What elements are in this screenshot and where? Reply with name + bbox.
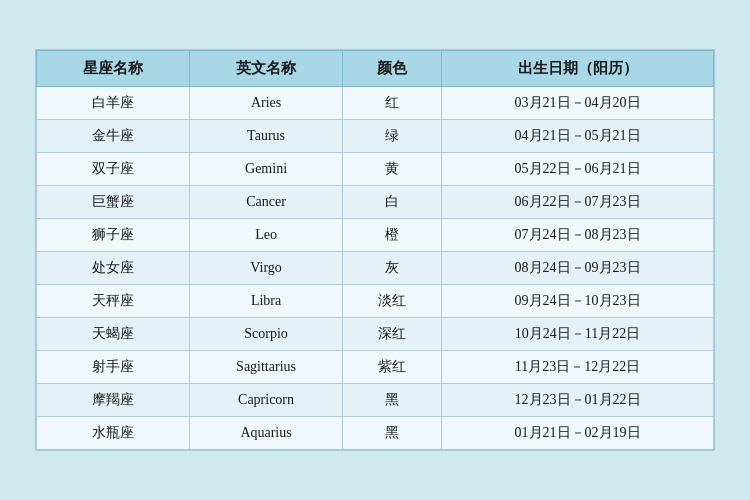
header-english-name: 英文名称 xyxy=(190,51,343,87)
table-row: 摩羯座Capricorn黑12月23日－01月22日 xyxy=(37,384,714,417)
cell-english-name: Cancer xyxy=(190,186,343,219)
cell-dates: 04月21日－05月21日 xyxy=(442,120,714,153)
header-dates: 出生日期（阳历） xyxy=(442,51,714,87)
cell-chinese-name: 水瓶座 xyxy=(37,417,190,450)
cell-english-name: Capricorn xyxy=(190,384,343,417)
cell-dates: 12月23日－01月22日 xyxy=(442,384,714,417)
cell-color: 黑 xyxy=(343,417,442,450)
cell-chinese-name: 金牛座 xyxy=(37,120,190,153)
cell-chinese-name: 白羊座 xyxy=(37,87,190,120)
cell-color: 白 xyxy=(343,186,442,219)
cell-chinese-name: 摩羯座 xyxy=(37,384,190,417)
table-row: 白羊座Aries红03月21日－04月20日 xyxy=(37,87,714,120)
cell-chinese-name: 处女座 xyxy=(37,252,190,285)
table-row: 水瓶座Aquarius黑01月21日－02月19日 xyxy=(37,417,714,450)
cell-dates: 06月22日－07月23日 xyxy=(442,186,714,219)
cell-dates: 05月22日－06月21日 xyxy=(442,153,714,186)
zodiac-table: 星座名称 英文名称 颜色 出生日期（阳历） 白羊座Aries红03月21日－04… xyxy=(36,50,714,450)
cell-english-name: Gemini xyxy=(190,153,343,186)
cell-color: 红 xyxy=(343,87,442,120)
cell-chinese-name: 天秤座 xyxy=(37,285,190,318)
cell-english-name: Scorpio xyxy=(190,318,343,351)
cell-english-name: Libra xyxy=(190,285,343,318)
table-row: 射手座Sagittarius紫红11月23日－12月22日 xyxy=(37,351,714,384)
zodiac-table-container: 星座名称 英文名称 颜色 出生日期（阳历） 白羊座Aries红03月21日－04… xyxy=(35,49,715,451)
header-chinese-name: 星座名称 xyxy=(37,51,190,87)
cell-color: 绿 xyxy=(343,120,442,153)
table-header-row: 星座名称 英文名称 颜色 出生日期（阳历） xyxy=(37,51,714,87)
cell-dates: 09月24日－10月23日 xyxy=(442,285,714,318)
cell-english-name: Sagittarius xyxy=(190,351,343,384)
table-body: 白羊座Aries红03月21日－04月20日金牛座Taurus绿04月21日－0… xyxy=(37,87,714,450)
cell-dates: 03月21日－04月20日 xyxy=(442,87,714,120)
cell-dates: 07月24日－08月23日 xyxy=(442,219,714,252)
table-row: 双子座Gemini黄05月22日－06月21日 xyxy=(37,153,714,186)
cell-color: 橙 xyxy=(343,219,442,252)
cell-color: 紫红 xyxy=(343,351,442,384)
header-color: 颜色 xyxy=(343,51,442,87)
cell-english-name: Taurus xyxy=(190,120,343,153)
cell-chinese-name: 双子座 xyxy=(37,153,190,186)
cell-dates: 01月21日－02月19日 xyxy=(442,417,714,450)
cell-color: 黑 xyxy=(343,384,442,417)
cell-chinese-name: 射手座 xyxy=(37,351,190,384)
table-row: 巨蟹座Cancer白06月22日－07月23日 xyxy=(37,186,714,219)
cell-english-name: Aquarius xyxy=(190,417,343,450)
cell-dates: 08月24日－09月23日 xyxy=(442,252,714,285)
cell-chinese-name: 巨蟹座 xyxy=(37,186,190,219)
cell-english-name: Aries xyxy=(190,87,343,120)
cell-chinese-name: 狮子座 xyxy=(37,219,190,252)
table-row: 处女座Virgo灰08月24日－09月23日 xyxy=(37,252,714,285)
cell-english-name: Virgo xyxy=(190,252,343,285)
cell-color: 淡红 xyxy=(343,285,442,318)
cell-english-name: Leo xyxy=(190,219,343,252)
cell-color: 深红 xyxy=(343,318,442,351)
table-row: 金牛座Taurus绿04月21日－05月21日 xyxy=(37,120,714,153)
table-row: 天秤座Libra淡红09月24日－10月23日 xyxy=(37,285,714,318)
table-row: 天蝎座Scorpio深红10月24日－11月22日 xyxy=(37,318,714,351)
cell-color: 黄 xyxy=(343,153,442,186)
cell-dates: 11月23日－12月22日 xyxy=(442,351,714,384)
cell-dates: 10月24日－11月22日 xyxy=(442,318,714,351)
cell-color: 灰 xyxy=(343,252,442,285)
table-row: 狮子座Leo橙07月24日－08月23日 xyxy=(37,219,714,252)
cell-chinese-name: 天蝎座 xyxy=(37,318,190,351)
